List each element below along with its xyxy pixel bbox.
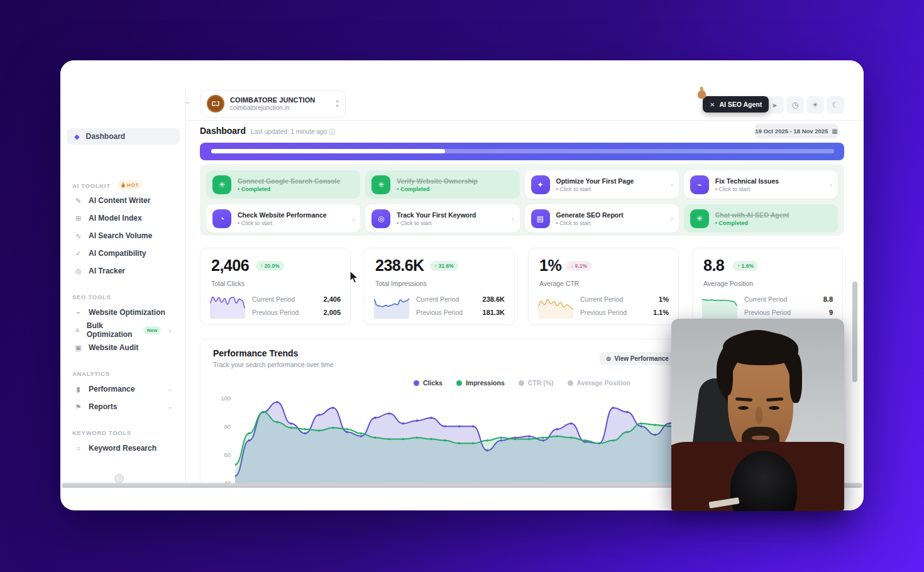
sidebar-item-ai-tracker[interactable]: ◎AI Tracker — [67, 263, 180, 279]
flag-icon: ⚑ — [74, 403, 82, 411]
last-updated-text: Last updated: 1 minute ago ⓘ — [251, 128, 335, 136]
info-icon[interactable]: ⓘ — [329, 128, 335, 135]
onboarding-checklist: ✳Connect Google Search Console• Complete… — [200, 164, 844, 236]
vertical-scrollbar[interactable] — [852, 282, 857, 382]
stats-row: 2,406 ↑ 20.0% Total Clicks Current Perio… — [200, 248, 844, 325]
report-icon: ▤ — [531, 209, 550, 228]
calendar-icon: ▦ — [832, 128, 837, 135]
stat-change-badge: ↓ 9.1% — [566, 261, 591, 271]
chevron-right-icon: › — [830, 181, 832, 189]
sidebar-item-ai-content-writer[interactable]: ✎AI Content Writer — [67, 192, 180, 209]
ai-seo-agent-button[interactable]: ✕ AI SEO Agent — [703, 96, 769, 113]
person-eye — [769, 406, 779, 410]
sidebar-item-ai-model-index[interactable]: ⊞AI Model Index — [67, 210, 180, 226]
sidebar-mini-badge — [114, 474, 124, 483]
sidebar-item-dashboard[interactable]: ◆ Dashboard — [67, 128, 180, 145]
checklist-card-optimize-page[interactable]: ✦Optimize Your First Page• Click to star… — [525, 170, 679, 199]
company-selector[interactable]: CJ COIMBATORE JUNCTION coimbatorejunctio… — [200, 90, 346, 118]
audit-doc-icon: ▣ — [74, 344, 82, 352]
sun-icon[interactable]: ☀ — [806, 96, 824, 114]
sidebar-item-performance[interactable]: ▮Performance⌄ — [67, 381, 180, 397]
search-console-icon: ✳ — [212, 175, 231, 194]
chevron-down-icon[interactable]: ⌄ — [167, 327, 172, 333]
sparkline-position — [702, 290, 737, 319]
stat-value: 2,406 — [211, 256, 249, 275]
sidebar-item-website-optimization[interactable]: ⌁Website Optimization — [67, 304, 180, 321]
section-label-analytics: ANALYTICS — [72, 370, 110, 377]
checklist-card-chat-agent[interactable]: ✳Chat with AI SEO Agent• Completed› — [684, 204, 838, 233]
y-axis-tick: 80 — [214, 423, 231, 430]
person-hair-front — [723, 331, 798, 365]
stat-label: Average Position — [703, 280, 753, 287]
date-range-text: 19 Oct 2025 - 18 Nov 2025 — [755, 128, 828, 135]
sidebar-item-reports[interactable]: ⚑Reports⌄ — [67, 399, 180, 415]
checklist-card-track-keyword[interactable]: ◎Track Your First Keyword• Click to star… — [365, 204, 519, 233]
chat-icon: ✳ — [690, 209, 709, 228]
stat-value: 238.6K — [375, 256, 424, 275]
stat-change-badge: ↑ 20.0% — [256, 261, 284, 271]
sparkline-impressions — [374, 290, 409, 319]
progress-fill — [211, 149, 445, 153]
legend-impressions[interactable]: Impressions — [456, 379, 505, 387]
sidebar-item-keyword-research[interactable]: ○Keyword Research — [67, 440, 180, 456]
chevron-down-icon[interactable]: ⌄ — [167, 404, 172, 410]
chevron-right-icon: › — [671, 215, 673, 223]
chevron-up-down-icon[interactable]: ˄˅ — [336, 99, 339, 108]
chevron-down-icon[interactable]: ⌄ — [167, 386, 172, 392]
view-performance-button[interactable]: ⊙View Performance — [600, 352, 675, 365]
dashboard-icon: ◆ — [74, 133, 79, 141]
stat-value: 8.8 — [703, 256, 724, 275]
bar-chart-icon: ▮ — [74, 385, 82, 393]
circle-icon: ○ — [74, 444, 82, 452]
stat-card-average-ctr: 1% ↓ 9.1% Average CTR Current Period1% P… — [528, 248, 679, 325]
clock-icon[interactable]: ◷ — [786, 96, 804, 114]
person-mouth — [752, 436, 769, 440]
header-divider — [186, 120, 864, 121]
wave-icon: ∿ — [74, 232, 82, 240]
checklist-card-verify-ownership[interactable]: ✳Verify Website Ownership• Completed› — [365, 170, 519, 199]
checklist-card-generate-report[interactable]: ▤Generate SEO Report• Click to start› — [525, 204, 679, 233]
sidebar-item-label: Dashboard — [85, 132, 125, 141]
date-range-picker[interactable]: 19 Oct 2025 - 18 Nov 2025 ▦ — [755, 124, 838, 138]
legend-clicks[interactable]: Clicks — [414, 379, 443, 387]
video-icon[interactable]: ▸ — [766, 96, 784, 114]
section-label-ai-toolkit: AI TOOLKIT HOT — [72, 182, 111, 189]
legend-dot — [414, 380, 419, 386]
trends-subtitle: Track your search performance over time — [213, 361, 334, 368]
stat-label: Total Clicks — [211, 280, 245, 287]
check-icon: ✓ — [74, 250, 82, 258]
checklist-card-fix-issues[interactable]: ⌁Fix Technical Issues• Click to start› — [684, 170, 838, 199]
sidebar-item-ai-search-volume[interactable]: ∿AI Search Volume — [67, 228, 180, 244]
gauge-icon: ◔ — [212, 209, 231, 228]
person-eye — [738, 406, 749, 410]
stat-card-total-clicks: 2,406 ↑ 20.0% Total Clicks Current Perio… — [200, 248, 351, 325]
sidebar-item-bulk-optimization[interactable]: ≡Bulk OptimizationNew⌄ — [67, 322, 180, 338]
y-axis-tick: 100 — [214, 395, 231, 402]
close-icon[interactable]: ✕ — [710, 101, 715, 108]
legend-average-position[interactable]: Average Position — [568, 379, 630, 387]
sidebar-item-website-audit[interactable]: ▣Website Audit — [67, 339, 180, 356]
y-axis-tick: 60 — [214, 451, 231, 458]
checklist-card-connect-gsc[interactable]: ✳Connect Google Search Console• Complete… — [206, 170, 360, 199]
header-icon-row: ▸ ◷ ☀ ☾ — [766, 96, 844, 114]
onboarding-progress-banner — [200, 143, 844, 160]
pencil-icon: ✎ — [74, 197, 82, 205]
legend-ctr[interactable]: CTR (%) — [519, 379, 554, 387]
stat-change-badge: ↑ 31.6% — [430, 261, 458, 271]
person-nose — [756, 407, 762, 424]
sparkline-ctr — [538, 290, 573, 319]
checklist-card-check-performance[interactable]: ◔Check Website Performance• Click to sta… — [206, 204, 360, 233]
desktop-background: ClickRank ⇤ CJ COIMBATORE JUNCTION coimb… — [0, 0, 924, 572]
flame-icon — [121, 182, 125, 187]
webcam-overlay — [671, 319, 844, 511]
grid-icon: ⊞ — [74, 214, 82, 223]
company-domain: coimbatorejunction.in — [230, 104, 315, 111]
list-icon: ≡ — [74, 326, 80, 334]
legend-dot — [519, 380, 524, 386]
stat-value: 1% — [539, 256, 561, 275]
page-title: Dashboard — [200, 126, 246, 136]
sidebar-item-ai-compatibility[interactable]: ✓AI Compatibility — [67, 245, 180, 261]
ai-seo-agent-label: AI SEO Agent — [719, 101, 762, 108]
section-label-seo-tools: SEO TOOLS — [72, 294, 111, 300]
moon-icon[interactable]: ☾ — [827, 96, 844, 114]
